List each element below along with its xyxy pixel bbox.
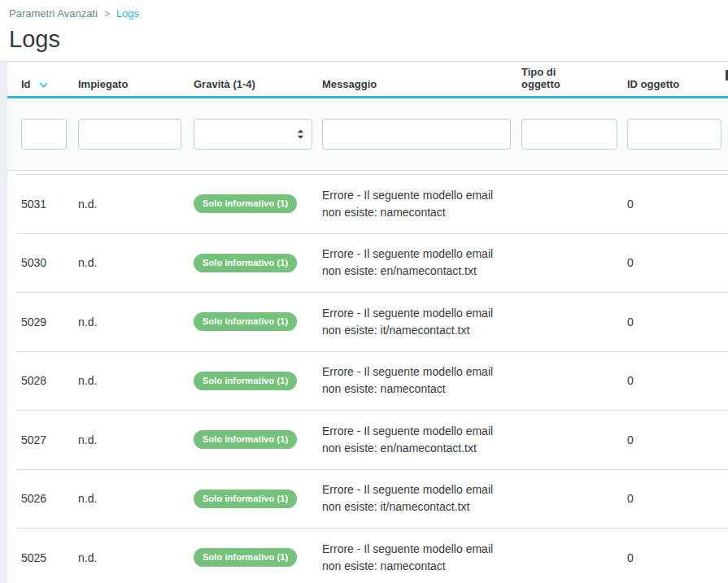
message-line-1: Errore - Il seguente modello email bbox=[322, 246, 493, 263]
cell-messaggio: Errore - Il seguente modello email non e… bbox=[322, 352, 521, 411]
cell-impiegato: n.d. bbox=[78, 234, 194, 293]
breadcrumb-parent-link[interactable]: Parametri Avanzati bbox=[9, 7, 98, 20]
cell-id: 5031 bbox=[21, 175, 78, 233]
cell-tipo-oggetto bbox=[521, 352, 627, 411]
message-line-2: non esiste: namecontact bbox=[322, 558, 446, 575]
severity-badge: Solo informativo (1) bbox=[194, 430, 297, 449]
content-area: Id Impiegato Gravità (1-4) Messaggio Tip… bbox=[0, 62, 728, 583]
cell-messaggio: Errore - Il seguente modello email non e… bbox=[322, 293, 521, 351]
filter-id-oggetto-input[interactable] bbox=[627, 119, 721, 150]
message-line-2: non esiste: it/namecontact.txt bbox=[322, 322, 469, 339]
cell-id-oggetto: 0 bbox=[627, 529, 726, 583]
message-line-2: non esiste: namecontact bbox=[322, 381, 446, 398]
table-row[interactable]: 5025 n.d. Solo informativo (1) Errore - … bbox=[15, 528, 728, 583]
message-line-1: Errore - Il seguente modello email bbox=[322, 541, 493, 558]
table-row[interactable]: 5030 n.d. Solo informativo (1) Errore - … bbox=[15, 233, 728, 293]
cell-tipo-oggetto bbox=[521, 175, 627, 233]
cell-tipo-oggetto bbox=[521, 411, 627, 469]
cell-gravita: Solo informativo (1) bbox=[194, 293, 322, 351]
cell-id: 5028 bbox=[21, 352, 78, 411]
cell-tipo-oggetto bbox=[521, 470, 627, 529]
column-header-id[interactable]: Id bbox=[21, 78, 78, 96]
cell-gravita: Solo informativo (1) bbox=[194, 411, 322, 469]
breadcrumb: Parametri Avanzati > Logs bbox=[9, 7, 728, 20]
breadcrumb-current-link[interactable]: Logs bbox=[116, 7, 139, 20]
filter-impiegato-input[interactable] bbox=[78, 119, 181, 150]
cell-id-oggetto: 0 bbox=[627, 411, 726, 469]
message-line-1: Errore - Il seguente modello email bbox=[322, 305, 493, 322]
cell-impiegato: n.d. bbox=[78, 411, 194, 469]
severity-badge: Solo informativo (1) bbox=[194, 372, 297, 390]
breadcrumb-separator: > bbox=[104, 8, 110, 20]
logs-table-card: Id Impiegato Gravità (1-4) Messaggio Tip… bbox=[7, 62, 728, 583]
cell-gravita: Solo informativo (1) bbox=[194, 529, 322, 583]
cell-tipo-oggetto bbox=[521, 234, 627, 293]
page-header: Parametri Avanzati > Logs Logs bbox=[0, 0, 728, 62]
column-header-gravita[interactable]: Gravità (1-4) bbox=[194, 78, 322, 96]
message-line-1: Errore - Il seguente modello email bbox=[322, 423, 493, 440]
cell-id-oggetto: 0 bbox=[627, 175, 726, 233]
message-line-1: Errore - Il seguente modello email bbox=[322, 481, 493, 498]
filter-gravita-select[interactable] bbox=[194, 119, 312, 150]
cell-gravita: Solo informativo (1) bbox=[194, 352, 322, 411]
column-header-messaggio[interactable]: Messaggio bbox=[322, 78, 521, 96]
cell-messaggio: Errore - Il seguente modello email non e… bbox=[322, 234, 521, 293]
cell-tipo-oggetto bbox=[521, 529, 627, 583]
cell-id-oggetto: 0 bbox=[627, 293, 726, 351]
cell-gravita: Solo informativo (1) bbox=[194, 470, 322, 529]
table-row[interactable]: 5027 n.d. Solo informativo (1) Errore - … bbox=[15, 410, 728, 469]
cell-gravita: Solo informativo (1) bbox=[194, 175, 322, 233]
cell-id-oggetto: 0 bbox=[627, 470, 726, 529]
cell-id-oggetto: 0 bbox=[627, 352, 726, 411]
cell-id-oggetto: 0 bbox=[627, 234, 726, 293]
message-line-1: Errore - Il seguente modello email bbox=[322, 363, 493, 381]
severity-badge: Solo informativo (1) bbox=[194, 312, 297, 331]
table-row[interactable]: 5031 n.d. Solo informativo (1) Errore - … bbox=[15, 174, 728, 233]
cell-impiegato: n.d. bbox=[78, 352, 194, 411]
cell-id: 5029 bbox=[21, 293, 78, 351]
cell-impiegato: n.d. bbox=[78, 175, 194, 233]
log-rows: 5031 n.d. Solo informativo (1) Errore - … bbox=[15, 174, 728, 583]
cell-messaggio: Errore - Il seguente modello email non e… bbox=[322, 470, 521, 529]
table-row[interactable]: 5029 n.d. Solo informativo (1) Errore - … bbox=[15, 292, 728, 351]
severity-badge: Solo informativo (1) bbox=[194, 489, 297, 508]
table-filter-row bbox=[7, 98, 728, 171]
table-row[interactable]: 5028 n.d. Solo informativo (1) Errore - … bbox=[15, 351, 728, 411]
column-header-tipo-oggetto[interactable]: Tipo di oggetto bbox=[521, 66, 627, 96]
message-line-2: non esiste: namecontact bbox=[322, 204, 446, 221]
filter-id-input[interactable] bbox=[21, 119, 67, 150]
cell-messaggio: Errore - Il seguente modello email non e… bbox=[322, 411, 521, 469]
cell-id: 5026 bbox=[21, 470, 78, 529]
severity-badge: Solo informativo (1) bbox=[194, 194, 297, 213]
cell-id: 5030 bbox=[21, 234, 78, 293]
cell-impiegato: n.d. bbox=[78, 529, 194, 583]
cell-id: 5025 bbox=[21, 529, 78, 583]
cell-gravita: Solo informativo (1) bbox=[194, 234, 322, 293]
cell-messaggio: Errore - Il seguente modello email non e… bbox=[322, 529, 521, 583]
cell-impiegato: n.d. bbox=[78, 470, 194, 529]
cell-tipo-oggetto bbox=[521, 293, 627, 351]
table-row[interactable]: 5026 n.d. Solo informativo (1) Errore - … bbox=[15, 469, 728, 529]
message-line-2: non esiste: it/namecontact.txt bbox=[322, 498, 469, 516]
message-line-1: Errore - Il seguente modello email bbox=[322, 187, 493, 204]
severity-badge: Solo informativo (1) bbox=[194, 548, 297, 567]
column-header-id-oggetto[interactable]: ID oggetto bbox=[627, 78, 726, 96]
cell-id: 5027 bbox=[21, 411, 78, 469]
table-header-row: Id Impiegato Gravità (1-4) Messaggio Tip… bbox=[7, 62, 728, 98]
cell-impiegato: n.d. bbox=[78, 293, 194, 351]
column-header-impiegato[interactable]: Impiegato bbox=[78, 78, 194, 96]
sort-chevron-down-icon[interactable] bbox=[39, 82, 48, 90]
message-line-2: non esiste: en/namecontact.txt bbox=[322, 263, 477, 280]
severity-badge: Solo informativo (1) bbox=[194, 254, 297, 272]
filter-tipo-oggetto-input[interactable] bbox=[521, 119, 617, 150]
message-line-2: non esiste: en/namecontact.txt bbox=[322, 440, 477, 457]
filter-messaggio-input[interactable] bbox=[322, 119, 511, 150]
cell-messaggio: Errore - Il seguente modello email non e… bbox=[322, 175, 521, 233]
page-title: Logs bbox=[9, 26, 728, 53]
